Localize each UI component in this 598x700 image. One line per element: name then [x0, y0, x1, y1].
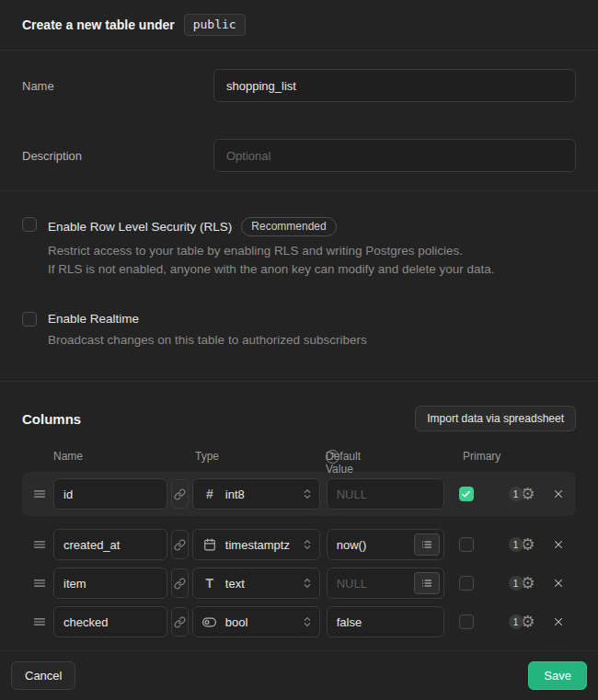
default-value-input[interactable] — [328, 607, 443, 637]
drag-handle-icon[interactable] — [33, 538, 46, 551]
primary-checkbox[interactable] — [459, 614, 474, 629]
column-settings-button[interactable]: 1 ⚙ — [509, 614, 544, 630]
realtime-description: Broadcast changes on this table to autho… — [48, 331, 367, 350]
column-settings-button[interactable]: 1 ⚙ — [509, 486, 544, 502]
link-icon — [174, 488, 186, 500]
realtime-toggle-block: Enable Realtime Broadcast changes on thi… — [22, 312, 576, 350]
column-row-created-at: timestamptz 1 ⚙ — [22, 529, 576, 560]
column-settings-button[interactable]: 1 ⚙ — [509, 536, 544, 553]
column-name-input[interactable] — [53, 478, 167, 510]
column-name-input[interactable] — [53, 529, 167, 560]
foreign-key-link-button[interactable] — [171, 479, 189, 509]
text-icon: T — [202, 576, 217, 591]
close-icon — [552, 615, 565, 628]
default-value-field — [327, 568, 444, 599]
column-row-checked: bool 1 ⚙ — [22, 606, 576, 637]
link-icon — [174, 578, 186, 590]
table-description-input[interactable] — [213, 139, 576, 172]
primary-checkbox[interactable] — [459, 576, 474, 591]
drag-handle-icon[interactable] — [33, 488, 46, 500]
help-circle-icon[interactable]: ? — [326, 450, 339, 464]
hash-icon: # — [202, 487, 217, 501]
columns-section: Columns Import data via spreadsheet Name… — [0, 382, 598, 654]
table-name-input[interactable] — [213, 69, 576, 102]
rls-toggle-block: Enable Row Level Security (RLS) Recommen… — [22, 217, 576, 279]
columns-table-headers: Name Type Default Value ? Primary — [22, 450, 576, 465]
table-options-section: Enable Row Level Security (RLS) Recommen… — [0, 191, 598, 382]
header-type: Type — [195, 450, 219, 463]
column-type-select[interactable]: bool — [192, 606, 320, 637]
rls-description: Restrict access to your table by enablin… — [48, 242, 495, 279]
column-name-input[interactable] — [53, 568, 167, 599]
settings-count-badge: 1 — [509, 487, 523, 501]
column-row-id: # int8 1 ⚙ — [22, 472, 576, 516]
list-icon — [421, 539, 432, 550]
drag-handle-icon[interactable] — [33, 615, 46, 628]
column-type-select[interactable]: # int8 — [192, 478, 320, 510]
column-name-input[interactable] — [53, 606, 167, 637]
cancel-button[interactable]: Cancel — [11, 661, 75, 690]
foreign-key-link-button[interactable] — [171, 607, 189, 637]
name-label: Name — [22, 79, 213, 93]
link-icon — [174, 539, 186, 551]
default-value-field — [327, 606, 444, 637]
modal-header: Create a new table under public — [0, 0, 598, 51]
calendar-icon — [202, 538, 217, 551]
column-row-item: T text 1 ⚙ — [22, 568, 576, 599]
default-value-field — [327, 529, 444, 560]
rls-label: Enable Row Level Security (RLS) — [48, 220, 232, 234]
remove-column-button[interactable] — [550, 486, 567, 502]
chevron-up-down-icon — [303, 577, 312, 590]
remove-column-button[interactable] — [550, 614, 567, 630]
modal-footer: Cancel Save — [0, 650, 598, 700]
column-type-select[interactable]: T text — [192, 568, 320, 599]
import-spreadsheet-button[interactable]: Import data via spreadsheet — [415, 406, 576, 431]
drag-handle-icon[interactable] — [33, 577, 46, 590]
default-suggestions-button[interactable] — [414, 534, 440, 556]
settings-count-badge: 1 — [509, 576, 523, 591]
foreign-key-link-button[interactable] — [171, 530, 189, 559]
rls-checkbox[interactable] — [22, 217, 37, 232]
remove-column-button[interactable] — [550, 575, 567, 591]
page-title: Create a new table under — [22, 17, 175, 32]
save-button[interactable]: Save — [528, 661, 587, 690]
close-icon — [552, 577, 565, 590]
default-value-input[interactable] — [328, 479, 443, 509]
foreign-key-link-button[interactable] — [171, 568, 189, 598]
recommended-badge: Recommended — [241, 217, 336, 236]
realtime-checkbox[interactable] — [22, 312, 37, 327]
header-primary: Primary — [463, 450, 500, 463]
table-info-section: Name Description — [0, 51, 598, 190]
settings-count-badge: 1 — [509, 614, 523, 629]
list-icon — [421, 578, 432, 589]
chevron-up-down-icon — [303, 488, 312, 500]
columns-title: Columns — [22, 411, 81, 427]
toggle-icon — [202, 615, 217, 629]
primary-checkbox[interactable] — [459, 487, 474, 501]
description-label: Description — [22, 149, 213, 163]
chevron-up-down-icon — [303, 538, 312, 551]
link-icon — [174, 616, 186, 628]
remove-column-button[interactable] — [550, 536, 567, 553]
column-settings-button[interactable]: 1 ⚙ — [509, 575, 544, 591]
close-icon — [552, 488, 565, 500]
settings-count-badge: 1 — [509, 537, 523, 552]
schema-badge: public — [184, 14, 246, 36]
header-name: Name — [53, 450, 83, 463]
realtime-label: Enable Realtime — [48, 312, 139, 326]
chevron-up-down-icon — [303, 615, 312, 628]
column-type-select[interactable]: timestamptz — [192, 529, 320, 560]
primary-checkbox[interactable] — [459, 537, 474, 552]
default-suggestions-button[interactable] — [414, 572, 440, 594]
close-icon — [552, 538, 565, 551]
default-value-field — [327, 478, 444, 510]
